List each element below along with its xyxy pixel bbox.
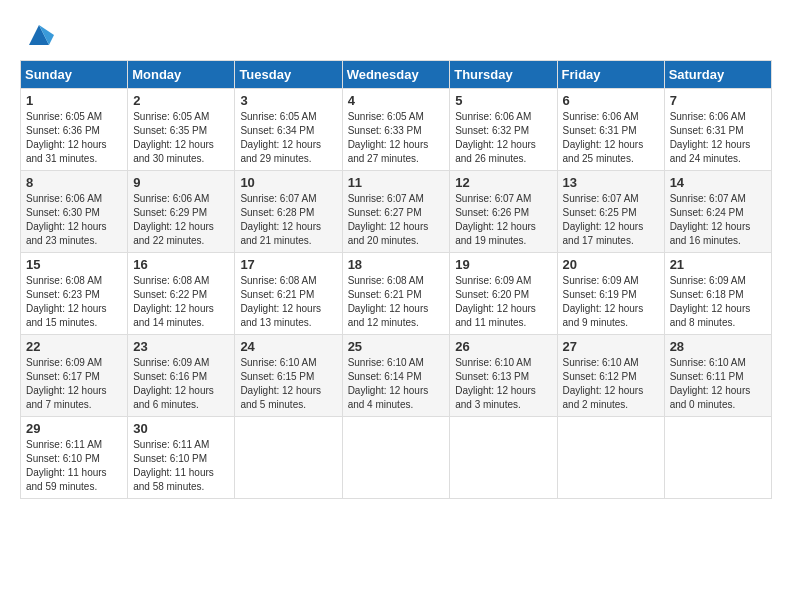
calendar-day-8: 8 Sunrise: 6:06 AM Sunset: 6:30 PM Dayli… — [21, 171, 128, 253]
day-info: Sunrise: 6:10 AM Sunset: 6:15 PM Dayligh… — [240, 356, 336, 412]
calendar-day-27: 27 Sunrise: 6:10 AM Sunset: 6:12 PM Dayl… — [557, 335, 664, 417]
day-number: 5 — [455, 93, 551, 108]
empty-cell — [664, 417, 771, 499]
day-info: Sunrise: 6:05 AM Sunset: 6:36 PM Dayligh… — [26, 110, 122, 166]
day-info: Sunrise: 6:06 AM Sunset: 6:31 PM Dayligh… — [563, 110, 659, 166]
calendar-day-20: 20 Sunrise: 6:09 AM Sunset: 6:19 PM Dayl… — [557, 253, 664, 335]
calendar-day-4: 4 Sunrise: 6:05 AM Sunset: 6:33 PM Dayli… — [342, 89, 450, 171]
calendar-day-7: 7 Sunrise: 6:06 AM Sunset: 6:31 PM Dayli… — [664, 89, 771, 171]
day-info: Sunrise: 6:10 AM Sunset: 6:14 PM Dayligh… — [348, 356, 445, 412]
day-info: Sunrise: 6:09 AM Sunset: 6:19 PM Dayligh… — [563, 274, 659, 330]
header-day-monday: Monday — [128, 61, 235, 89]
calendar-day-1: 1 Sunrise: 6:05 AM Sunset: 6:36 PM Dayli… — [21, 89, 128, 171]
day-info: Sunrise: 6:08 AM Sunset: 6:23 PM Dayligh… — [26, 274, 122, 330]
day-info: Sunrise: 6:05 AM Sunset: 6:33 PM Dayligh… — [348, 110, 445, 166]
day-number: 11 — [348, 175, 445, 190]
header-day-thursday: Thursday — [450, 61, 557, 89]
day-number: 25 — [348, 339, 445, 354]
day-info: Sunrise: 6:05 AM Sunset: 6:35 PM Dayligh… — [133, 110, 229, 166]
day-info: Sunrise: 6:09 AM Sunset: 6:16 PM Dayligh… — [133, 356, 229, 412]
day-number: 1 — [26, 93, 122, 108]
calendar-day-29: 29 Sunrise: 6:11 AM Sunset: 6:10 PM Dayl… — [21, 417, 128, 499]
calendar-day-5: 5 Sunrise: 6:06 AM Sunset: 6:32 PM Dayli… — [450, 89, 557, 171]
day-number: 21 — [670, 257, 766, 272]
header-day-saturday: Saturday — [664, 61, 771, 89]
day-info: Sunrise: 6:06 AM Sunset: 6:31 PM Dayligh… — [670, 110, 766, 166]
day-number: 24 — [240, 339, 336, 354]
header — [20, 20, 772, 50]
calendar-week-4: 22 Sunrise: 6:09 AM Sunset: 6:17 PM Dayl… — [21, 335, 772, 417]
day-info: Sunrise: 6:07 AM Sunset: 6:28 PM Dayligh… — [240, 192, 336, 248]
empty-cell — [235, 417, 342, 499]
day-info: Sunrise: 6:07 AM Sunset: 6:24 PM Dayligh… — [670, 192, 766, 248]
empty-cell — [450, 417, 557, 499]
calendar-day-13: 13 Sunrise: 6:07 AM Sunset: 6:25 PM Dayl… — [557, 171, 664, 253]
calendar-week-1: 1 Sunrise: 6:05 AM Sunset: 6:36 PM Dayli… — [21, 89, 772, 171]
calendar-day-9: 9 Sunrise: 6:06 AM Sunset: 6:29 PM Dayli… — [128, 171, 235, 253]
calendar-day-17: 17 Sunrise: 6:08 AM Sunset: 6:21 PM Dayl… — [235, 253, 342, 335]
header-day-sunday: Sunday — [21, 61, 128, 89]
day-number: 3 — [240, 93, 336, 108]
day-number: 17 — [240, 257, 336, 272]
day-number: 22 — [26, 339, 122, 354]
header-day-tuesday: Tuesday — [235, 61, 342, 89]
day-number: 13 — [563, 175, 659, 190]
day-info: Sunrise: 6:10 AM Sunset: 6:12 PM Dayligh… — [563, 356, 659, 412]
day-info: Sunrise: 6:09 AM Sunset: 6:17 PM Dayligh… — [26, 356, 122, 412]
day-info: Sunrise: 6:10 AM Sunset: 6:11 PM Dayligh… — [670, 356, 766, 412]
calendar-day-26: 26 Sunrise: 6:10 AM Sunset: 6:13 PM Dayl… — [450, 335, 557, 417]
day-info: Sunrise: 6:07 AM Sunset: 6:26 PM Dayligh… — [455, 192, 551, 248]
calendar-day-10: 10 Sunrise: 6:07 AM Sunset: 6:28 PM Dayl… — [235, 171, 342, 253]
header-day-friday: Friday — [557, 61, 664, 89]
day-info: Sunrise: 6:09 AM Sunset: 6:20 PM Dayligh… — [455, 274, 551, 330]
day-number: 15 — [26, 257, 122, 272]
calendar-week-2: 8 Sunrise: 6:06 AM Sunset: 6:30 PM Dayli… — [21, 171, 772, 253]
day-info: Sunrise: 6:08 AM Sunset: 6:21 PM Dayligh… — [348, 274, 445, 330]
calendar-day-21: 21 Sunrise: 6:09 AM Sunset: 6:18 PM Dayl… — [664, 253, 771, 335]
day-number: 28 — [670, 339, 766, 354]
calendar-day-14: 14 Sunrise: 6:07 AM Sunset: 6:24 PM Dayl… — [664, 171, 771, 253]
day-number: 19 — [455, 257, 551, 272]
calendar-day-3: 3 Sunrise: 6:05 AM Sunset: 6:34 PM Dayli… — [235, 89, 342, 171]
day-number: 26 — [455, 339, 551, 354]
day-info: Sunrise: 6:08 AM Sunset: 6:21 PM Dayligh… — [240, 274, 336, 330]
day-info: Sunrise: 6:07 AM Sunset: 6:25 PM Dayligh… — [563, 192, 659, 248]
calendar-day-15: 15 Sunrise: 6:08 AM Sunset: 6:23 PM Dayl… — [21, 253, 128, 335]
calendar-day-30: 30 Sunrise: 6:11 AM Sunset: 6:10 PM Dayl… — [128, 417, 235, 499]
day-number: 10 — [240, 175, 336, 190]
day-number: 8 — [26, 175, 122, 190]
day-info: Sunrise: 6:11 AM Sunset: 6:10 PM Dayligh… — [133, 438, 229, 494]
calendar-day-12: 12 Sunrise: 6:07 AM Sunset: 6:26 PM Dayl… — [450, 171, 557, 253]
empty-cell — [342, 417, 450, 499]
day-number: 20 — [563, 257, 659, 272]
day-number: 27 — [563, 339, 659, 354]
calendar-day-24: 24 Sunrise: 6:10 AM Sunset: 6:15 PM Dayl… — [235, 335, 342, 417]
calendar-day-19: 19 Sunrise: 6:09 AM Sunset: 6:20 PM Dayl… — [450, 253, 557, 335]
logo-icon — [24, 20, 54, 50]
calendar-day-11: 11 Sunrise: 6:07 AM Sunset: 6:27 PM Dayl… — [342, 171, 450, 253]
logo — [20, 20, 54, 50]
day-number: 16 — [133, 257, 229, 272]
calendar-day-23: 23 Sunrise: 6:09 AM Sunset: 6:16 PM Dayl… — [128, 335, 235, 417]
day-info: Sunrise: 6:11 AM Sunset: 6:10 PM Dayligh… — [26, 438, 122, 494]
day-info: Sunrise: 6:10 AM Sunset: 6:13 PM Dayligh… — [455, 356, 551, 412]
day-info: Sunrise: 6:09 AM Sunset: 6:18 PM Dayligh… — [670, 274, 766, 330]
day-info: Sunrise: 6:06 AM Sunset: 6:32 PM Dayligh… — [455, 110, 551, 166]
day-number: 7 — [670, 93, 766, 108]
day-info: Sunrise: 6:06 AM Sunset: 6:29 PM Dayligh… — [133, 192, 229, 248]
day-info: Sunrise: 6:06 AM Sunset: 6:30 PM Dayligh… — [26, 192, 122, 248]
calendar-day-18: 18 Sunrise: 6:08 AM Sunset: 6:21 PM Dayl… — [342, 253, 450, 335]
empty-cell — [557, 417, 664, 499]
day-number: 23 — [133, 339, 229, 354]
calendar-day-16: 16 Sunrise: 6:08 AM Sunset: 6:22 PM Dayl… — [128, 253, 235, 335]
calendar-day-28: 28 Sunrise: 6:10 AM Sunset: 6:11 PM Dayl… — [664, 335, 771, 417]
calendar-table: SundayMondayTuesdayWednesdayThursdayFrid… — [20, 60, 772, 499]
day-info: Sunrise: 6:05 AM Sunset: 6:34 PM Dayligh… — [240, 110, 336, 166]
calendar-day-6: 6 Sunrise: 6:06 AM Sunset: 6:31 PM Dayli… — [557, 89, 664, 171]
day-number: 2 — [133, 93, 229, 108]
calendar-day-25: 25 Sunrise: 6:10 AM Sunset: 6:14 PM Dayl… — [342, 335, 450, 417]
header-day-wednesday: Wednesday — [342, 61, 450, 89]
calendar-day-2: 2 Sunrise: 6:05 AM Sunset: 6:35 PM Dayli… — [128, 89, 235, 171]
day-number: 14 — [670, 175, 766, 190]
day-number: 18 — [348, 257, 445, 272]
